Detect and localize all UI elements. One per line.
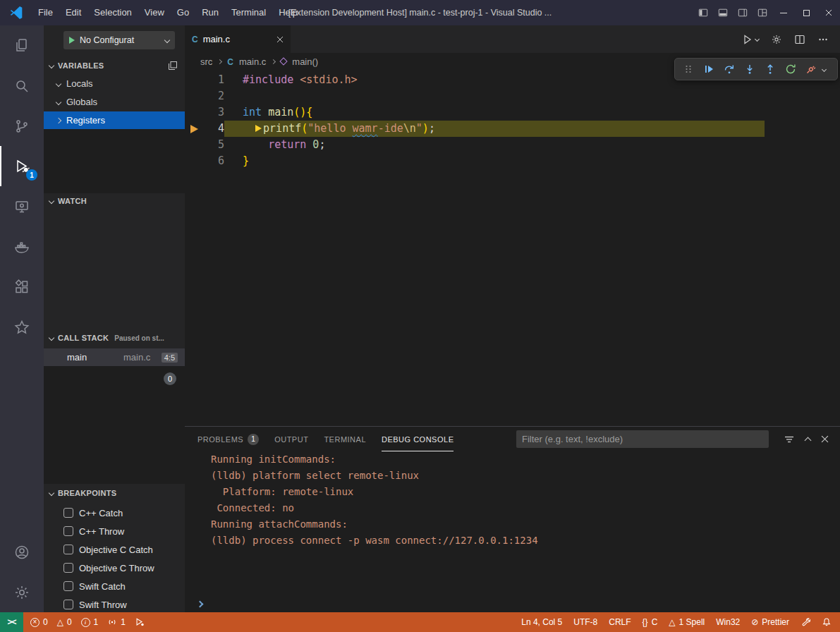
breakpoint-checkbox[interactable] [63,563,73,573]
maximize-button[interactable] [795,0,817,25]
start-debug-icon[interactable] [69,37,75,44]
minimize-button[interactable] [772,0,795,25]
status-prettier[interactable]: ⊘Prettier [751,617,789,627]
watch-section-header[interactable]: WATCH [44,193,185,209]
activity-search[interactable] [0,66,44,106]
breakpoint-checkbox[interactable] [63,508,73,518]
breakpoint-item[interactable]: Swift Catch [44,577,185,595]
code-editor[interactable]: 1#include <stdio.h>23int main(){4 printf… [185,70,840,426]
status-warnings[interactable]: △0 [57,617,72,627]
step-over-button[interactable] [720,60,738,78]
activity-favorites[interactable] [0,307,44,347]
menu-terminal[interactable]: Terminal [225,0,272,25]
run-or-debug-button[interactable] [742,34,759,45]
menu-edit[interactable]: Edit [59,0,87,25]
status-utf-8[interactable]: UTF-8 [573,617,597,627]
status-ln-4-col-5[interactable]: Ln 4, Col 5 [521,617,562,627]
disconnect-button[interactable] [802,60,820,78]
breadcrumb-symbol[interactable]: main() [292,56,318,67]
console-input-prompt[interactable] [197,602,202,607]
chevron-down-icon [49,490,54,496]
activity-account[interactable] [0,532,44,572]
watch-title: WATCH [58,197,87,205]
tab-main-c[interactable]: main.c [185,25,291,53]
toolbar-drag-grip[interactable] [679,60,698,78]
menu-selection[interactable]: Selection [87,0,138,25]
breadcrumb-file[interactable]: main.c [239,56,266,67]
window-title: [Extension Development Host] main.c - te… [288,0,552,25]
call-stack-section-header[interactable]: CALL STACK Paused on st... [44,330,185,346]
activity-remote-explorer[interactable] [0,186,44,226]
step-out-button[interactable] [761,60,779,78]
code-lines: 1#include <stdio.h>23int main(){4 printf… [185,72,840,169]
breadcrumb-folder[interactable]: src [200,56,212,67]
activity-settings[interactable] [0,572,44,612]
variables-section-header[interactable]: VARIABLES [44,58,185,73]
close-button[interactable] [817,0,840,25]
filter-lines-icon[interactable] [784,434,795,445]
restart-button[interactable] [781,60,800,78]
breakpoint-checkbox[interactable] [63,526,73,536]
step-into-button[interactable] [741,60,759,78]
close-tab-icon[interactable] [276,36,284,43]
split-editor-icon[interactable] [794,34,805,45]
customize-layout-icon[interactable] [753,0,772,25]
status-infos[interactable]: 1 [81,617,99,627]
activity-docker[interactable] [0,226,44,267]
status-c[interactable]: {}C [643,617,658,627]
configure-gear-icon[interactable] [771,34,782,45]
launch-config-dropdown[interactable]: No Configurat [63,31,175,49]
status-ports[interactable]: 1 [107,617,126,627]
status-errors[interactable]: 0 [30,617,48,627]
more-actions-icon[interactable] [817,34,829,45]
activity-extensions[interactable] [0,267,44,307]
call-stack-frame[interactable]: main main.c 4:5 [44,348,185,366]
filter-input[interactable] [516,430,769,448]
variables-item-globals[interactable]: Globals [44,93,185,111]
toggle-secondary-sidebar-icon[interactable] [733,0,753,25]
breakpoint-item[interactable]: C++ Throw [44,522,185,540]
menu-go[interactable]: Go [171,0,195,25]
menu-run[interactable]: Run [195,0,225,25]
code-line[interactable]: 5 return 0; [185,137,840,153]
panel-tab-problems[interactable]: PROBLEMS1 [197,427,259,451]
breakpoint-checkbox[interactable] [63,545,73,554]
status-tools[interactable] [801,617,810,627]
activity-source-control[interactable] [0,106,44,146]
code-line[interactable]: 2 [185,88,840,104]
code-line[interactable]: 6} [185,153,840,169]
variables-item-registers[interactable]: Registers [44,111,185,129]
breakpoint-item[interactable]: C++ Catch [44,504,185,522]
breakpoint-checkbox[interactable] [63,600,73,609]
variables-item-locals[interactable]: Locals [44,75,185,92]
status-notifications[interactable] [822,617,832,627]
code-line[interactable]: 4 printf("hello wamr-ide\n"); [185,121,840,137]
star-icon [13,319,30,336]
close-panel-icon[interactable] [821,433,829,446]
panel-tab-output[interactable]: OUTPUT [274,427,308,451]
collapse-all-icon[interactable] [168,61,178,71]
menu-file[interactable]: File [32,0,59,25]
status-win32[interactable]: Win32 [716,617,740,627]
toggle-panel-icon[interactable] [713,0,733,25]
toggle-sidebar-icon[interactable] [693,0,713,25]
breakpoints-section-header[interactable]: BREAKPOINTS [44,485,185,501]
maximize-panel-icon[interactable] [805,433,810,446]
activity-run-and-debug[interactable]: 1 [0,146,44,186]
toolbar-dropdown-icon[interactable] [822,66,827,71]
code-line[interactable]: 3int main(){ [185,104,840,121]
breakpoint-checkbox[interactable] [63,581,73,591]
status-debug[interactable] [135,617,145,627]
remote-indicator[interactable] [0,612,23,632]
panel-tab-debug-console[interactable]: DEBUG CONSOLE [382,427,454,451]
activity-explorer[interactable] [0,25,44,66]
panel-tab-terminal[interactable]: TERMINAL [324,427,366,451]
continue-button[interactable] [700,60,718,78]
breakpoint-item[interactable]: Objective C Throw [44,559,185,577]
menu-view[interactable]: View [138,0,171,25]
status-1-spell[interactable]: △1 Spell [669,617,705,627]
debug-console-output[interactable]: Running initCommands:(lldb) platform sel… [185,451,840,597]
status-crlf[interactable]: CRLF [609,617,631,627]
breakpoint-item[interactable]: Swift Throw [44,595,185,612]
breakpoint-item[interactable]: Objective C Catch [44,540,185,559]
